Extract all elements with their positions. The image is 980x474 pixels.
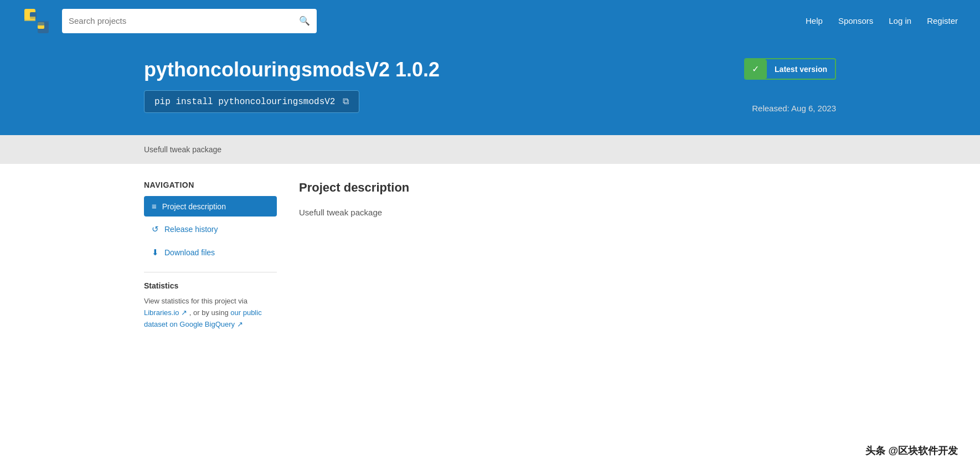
nav-right: Help Sponsors Log in Register	[806, 16, 958, 25]
check-icon: ✓	[745, 59, 766, 79]
latest-version-button[interactable]: ✓ Latest version	[744, 58, 836, 80]
search-icon: 🔍	[299, 16, 310, 26]
released-text: Released: Aug 6, 2023	[752, 104, 836, 113]
nav-section-title: Navigation	[144, 181, 277, 189]
search-input[interactable]	[69, 16, 299, 25]
released-info: Released: Aug 6, 2023	[752, 101, 836, 113]
content-section-heading: Project description	[299, 181, 836, 195]
nav-help-link[interactable]: Help	[806, 16, 823, 25]
svg-rect-5	[38, 21, 49, 25]
sidebar-item-label: Download files	[164, 248, 215, 257]
project-title: pythoncolouringsmodsV2 1.0.2	[144, 58, 440, 81]
stats-section-title: Statistics	[144, 281, 277, 290]
tagline-text: Usefull tweak package	[144, 145, 221, 154]
sidebar: Navigation ≡ Project description ↺ Relea…	[144, 181, 277, 330]
libraries-io-link[interactable]: Libraries.io ↗	[144, 308, 187, 317]
tagline-bar: Usefull tweak package	[0, 135, 980, 164]
hero-bottom: pip install pythoncolouringsmodsV2 ⧉ Rel…	[144, 90, 836, 113]
pip-command-display: pip install pythoncolouringsmodsV2 ⧉	[144, 90, 359, 113]
nav-sponsors-link[interactable]: Sponsors	[838, 16, 873, 25]
hero-top: pythoncolouringsmodsV2 1.0.2 ✓ Latest ve…	[144, 58, 836, 81]
pip-command-text: pip install pythoncolouringsmodsV2	[154, 97, 335, 107]
download-icon: ⬇	[152, 248, 159, 257]
sidebar-item-label: Project description	[162, 202, 226, 211]
sidebar-divider	[144, 272, 277, 272]
sidebar-item-release-history[interactable]: ↺ Release history	[144, 219, 277, 240]
search-box[interactable]: 🔍	[62, 9, 317, 33]
copy-icon[interactable]: ⧉	[343, 96, 349, 107]
list-icon: ≡	[152, 202, 157, 211]
content-area: Project description Usefull tweak packag…	[299, 181, 836, 330]
svg-rect-4	[24, 17, 35, 21]
history-icon: ↺	[152, 224, 159, 234]
pypi-logo	[22, 7, 51, 35]
hero-banner: pythoncolouringsmodsV2 1.0.2 ✓ Latest ve…	[0, 42, 980, 135]
content-description: Usefull tweak package	[299, 206, 836, 219]
nav-register-link[interactable]: Register	[927, 16, 958, 25]
pip-install-box: pip install pythoncolouringsmodsV2 ⧉	[144, 90, 359, 113]
nav-left: 🔍	[22, 7, 317, 35]
sidebar-item-label: Release history	[164, 225, 218, 234]
top-navigation: 🔍 Help Sponsors Log in Register	[0, 0, 980, 42]
sidebar-item-project-description[interactable]: ≡ Project description	[144, 196, 277, 217]
nav-login-link[interactable]: Log in	[889, 16, 911, 25]
latest-version-label[interactable]: Latest version	[766, 60, 835, 78]
stats-text: View statistics for this project via Lib…	[144, 296, 277, 330]
main-content: Navigation ≡ Project description ↺ Relea…	[0, 164, 980, 347]
sidebar-item-download-files[interactable]: ⬇ Download files	[144, 242, 277, 263]
